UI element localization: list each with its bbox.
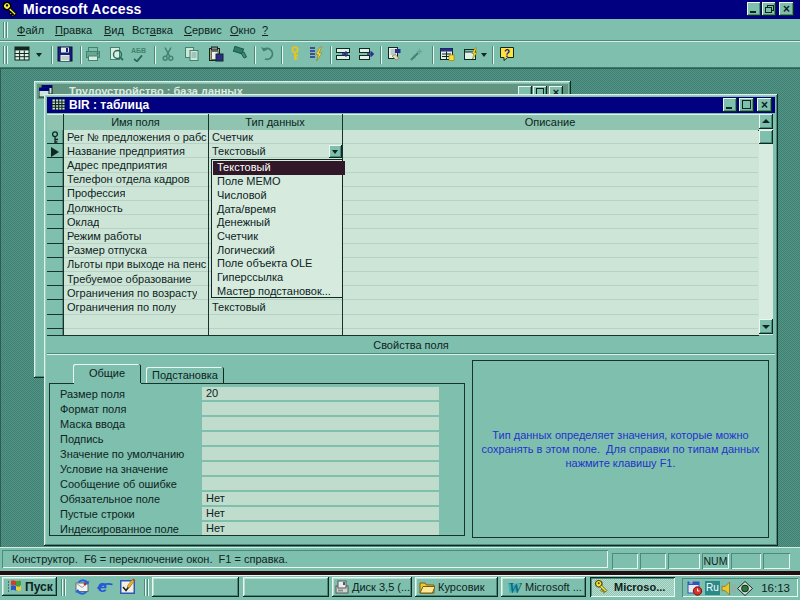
- svg-text:38: 38: [689, 581, 693, 585]
- svg-text:АБВ: АБВ: [131, 47, 146, 54]
- svg-text:?: ?: [504, 48, 510, 59]
- svg-text:W: W: [509, 580, 523, 595]
